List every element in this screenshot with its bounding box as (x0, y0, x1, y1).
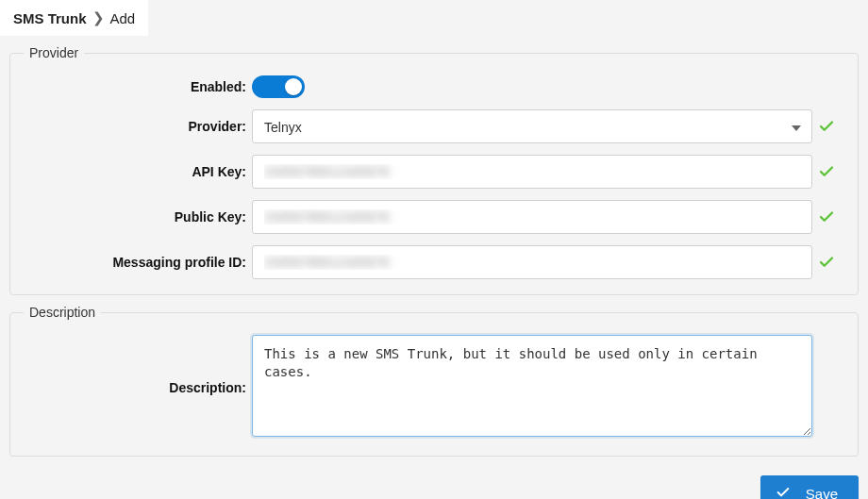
row-messaging-profile-id: Messaging profile ID: (27, 245, 841, 279)
label-description: Description: (27, 380, 252, 395)
breadcrumb-root[interactable]: SMS Trunk (13, 10, 87, 26)
row-description: Description: (27, 335, 841, 441)
public-key-input[interactable] (252, 200, 812, 234)
messaging-profile-id-input[interactable] (252, 245, 812, 279)
breadcrumb-current: Add (110, 10, 136, 26)
provider-legend: Provider (24, 45, 84, 60)
check-icon (776, 485, 791, 500)
label-provider: Provider: (27, 119, 252, 134)
api-key-input[interactable] (252, 155, 812, 189)
description-group: Description Description: (9, 305, 859, 457)
row-provider: Provider: Telnyx (27, 109, 841, 143)
description-legend: Description (24, 305, 101, 320)
check-icon (812, 163, 841, 180)
label-public-key: Public Key: (27, 209, 252, 225)
provider-group: Provider Enabled: Provider: Telnyx (9, 45, 859, 295)
footer: Save (0, 466, 868, 499)
enabled-toggle[interactable] (252, 75, 305, 98)
provider-select[interactable]: Telnyx (252, 109, 812, 143)
row-api-key: API Key: (27, 155, 841, 189)
label-messaging-profile-id: Messaging profile ID: (27, 255, 252, 270)
save-button[interactable]: Save (760, 475, 859, 499)
check-icon (812, 118, 841, 135)
check-icon (812, 254, 841, 271)
breadcrumb: SMS Trunk ❯ Add (0, 0, 148, 36)
label-api-key: API Key: (27, 164, 252, 179)
row-public-key: Public Key: (27, 200, 841, 234)
chevron-right-icon: ❯ (92, 9, 105, 26)
description-textarea[interactable] (252, 335, 812, 437)
row-enabled: Enabled: (27, 75, 841, 98)
check-icon (812, 208, 841, 225)
save-button-label: Save (806, 486, 838, 500)
label-enabled: Enabled: (27, 79, 252, 94)
